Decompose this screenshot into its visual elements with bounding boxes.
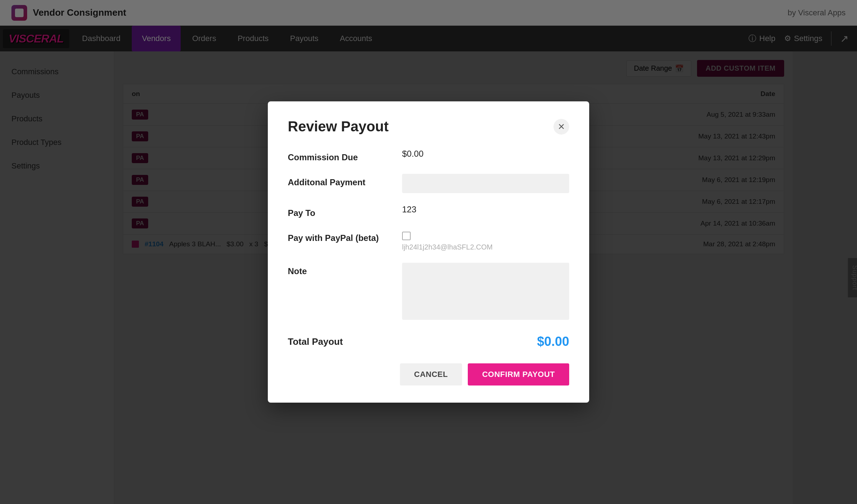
additional-payment-input[interactable] <box>402 174 569 193</box>
note-label: Note <box>288 263 388 276</box>
commission-due-row: Commission Due $0.00 <box>288 149 569 162</box>
commission-due-value: $0.00 <box>402 149 569 159</box>
paypal-checkbox[interactable] <box>402 232 411 240</box>
paypal-email: ljh24l1j2h34@lhaSFL2.COM <box>402 243 493 251</box>
pay-to-row: Pay To 123 <box>288 205 569 218</box>
modal-title: Review Payout <box>288 119 389 135</box>
cancel-button[interactable]: CANCEL <box>400 363 462 385</box>
confirm-payout-button[interactable]: CONFIRM PAYOUT <box>468 363 569 385</box>
modal-header: Review Payout × <box>288 119 569 135</box>
modal-footer: CANCEL CONFIRM PAYOUT <box>288 363 569 385</box>
total-payout-row: Total Payout $0.00 <box>288 331 569 349</box>
additional-payment-row: Additonal Payment <box>288 174 569 193</box>
pay-to-label: Pay To <box>288 205 388 218</box>
pay-to-value: 123 <box>402 205 569 215</box>
additional-payment-label: Additonal Payment <box>288 174 388 187</box>
pay-with-paypal-label: Pay with PayPal (beta) <box>288 230 388 243</box>
total-payout-label: Total Payout <box>288 336 343 347</box>
commission-due-label: Commission Due <box>288 149 388 162</box>
pay-with-paypal-row: Pay with PayPal (beta) ljh24l1j2h34@lhaS… <box>288 230 569 251</box>
total-payout-value: $0.00 <box>537 334 569 349</box>
note-row: Note <box>288 263 569 320</box>
note-textarea[interactable] <box>402 263 569 320</box>
modal-close-button[interactable]: × <box>553 119 569 135</box>
paypal-checkbox-wrapper: ljh24l1j2h34@lhaSFL2.COM <box>402 230 493 251</box>
review-payout-modal: Review Payout × Commission Due $0.00 Add… <box>268 101 589 403</box>
